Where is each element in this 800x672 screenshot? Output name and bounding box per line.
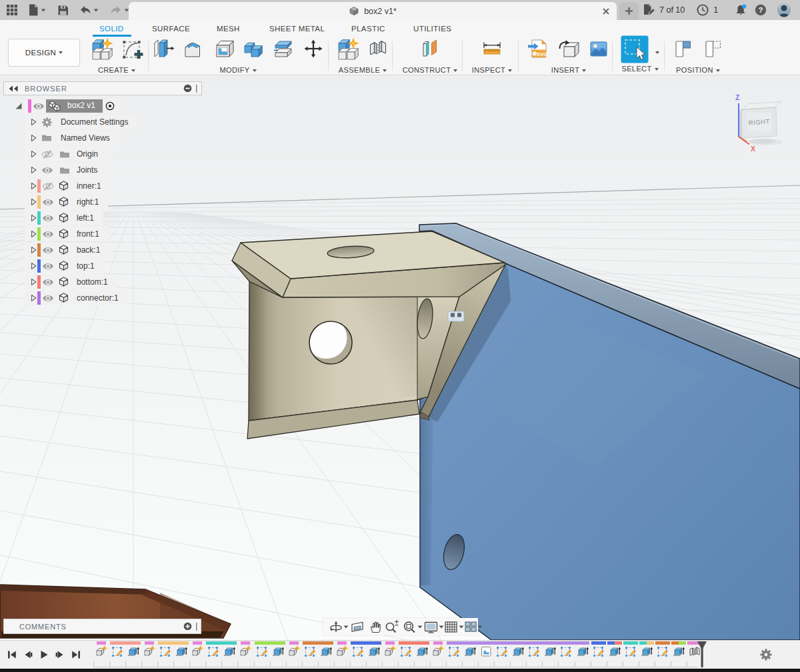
new-tab-button[interactable] [619,2,639,20]
tree-item-label[interactable]: Named Views [61,133,110,143]
combine-button[interactable] [241,37,265,61]
help-button[interactable]: ? [754,0,767,20]
group-label[interactable]: CREATE [87,66,147,74]
collapse-panel-icon[interactable] [8,85,19,93]
step-forward-button[interactable] [55,649,65,660]
step-back-button[interactable] [23,649,33,660]
timeline-feature-extrude[interactable] [319,645,333,658]
look-at-icon[interactable] [350,619,365,634]
browser-tree-row[interactable]: front:1 [3,226,202,242]
browser-tree-row[interactable]: back:1 [3,242,202,258]
tree-item-label[interactable]: left:1 [77,213,94,223]
select-button[interactable] [621,35,649,63]
timeline-feature-sketch[interactable] [447,645,461,658]
new-component-button[interactable] [336,37,360,61]
timeline-feature-extrude[interactable] [415,645,429,658]
tree-item-label[interactable]: Document Settings [61,117,128,127]
fit-icon[interactable] [402,619,417,634]
file-menu-button[interactable] [23,0,52,20]
timeline-feature-component[interactable] [239,645,252,658]
expand-arrow-icon[interactable] [29,245,38,255]
expand-arrow-icon[interactable] [29,149,38,159]
tree-item-label[interactable]: Origin [77,149,98,159]
workspace-tab-surface[interactable]: SURFACE [152,25,190,33]
timeline-feature-extrude[interactable] [367,645,381,658]
timeline-feature-extrude[interactable] [672,645,685,658]
split-body-button[interactable] [271,37,295,61]
group-label[interactable]: CONSTRUCT [399,66,461,74]
workspace-tab-plastic[interactable]: PLASTIC [351,25,385,33]
browser-tree-row[interactable]: Named Views [3,130,202,146]
group-label[interactable]: MODIFY [152,66,324,74]
tree-item-label[interactable]: top:1 [77,261,95,271]
expand-arrow-icon[interactable] [29,277,38,287]
browser-root-row[interactable]: box2 v1 [3,98,202,114]
workspace-tab-mesh[interactable]: MESH [217,25,240,33]
visibility-eye-icon[interactable] [42,278,54,287]
tree-item-label[interactable]: connector:1 [77,293,119,303]
expand-arrow-icon[interactable] [29,261,38,271]
go-to-start-button[interactable] [7,649,17,660]
save-button[interactable] [52,0,74,20]
expand-arrow-icon[interactable] [29,181,38,191]
group-label[interactable]: SELECT [615,65,665,73]
shell-button[interactable] [211,37,235,61]
expand-arrow-icon[interactable] [14,101,23,111]
timeline-feature-component[interactable] [287,645,301,658]
insert-svg-button[interactable]: SVG [527,37,551,61]
timeline-feature-component[interactable] [143,645,156,658]
minimize-panel-icon[interactable] [183,84,192,93]
timeline-feature-extrude[interactable] [543,645,557,658]
chevron-down-icon[interactable] [477,624,483,629]
expand-arrow-icon[interactable] [29,229,38,239]
expand-arrow-icon[interactable] [29,117,38,127]
visibility-eye-icon[interactable] [41,166,53,175]
profile-button[interactable] [777,0,791,20]
undo-button[interactable] [74,0,105,20]
timeline-feature-extrude[interactable] [576,645,589,658]
activate-component-radio[interactable] [105,101,115,111]
measure-button[interactable] [480,37,504,61]
timeline-feature-sketch[interactable] [624,645,637,658]
insert-mesh-button[interactable] [557,37,581,61]
create-sketch-button[interactable] [120,37,144,61]
visibility-eye-icon[interactable] [42,246,54,255]
viewports-icon[interactable] [463,619,478,634]
timeline-feature-sketch[interactable] [159,645,172,658]
group-label[interactable]: INSPECT [465,66,519,74]
zoom-icon[interactable] [384,619,400,634]
timeline-feature-extrude[interactable] [463,645,477,658]
timeline-feature-extrude[interactable] [127,645,140,658]
timeline-feature-sketch[interactable] [303,645,317,658]
go-to-end-button[interactable] [71,649,81,660]
timeline-playhead[interactable] [695,641,710,669]
fillet-button[interactable] [181,37,205,61]
panel-resize-handle[interactable] [195,622,199,631]
timeline-feature-sketch[interactable] [592,645,605,658]
close-tab-button[interactable] [600,5,612,17]
canvas-button[interactable] [587,37,611,61]
timeline-feature-sketch[interactable] [656,645,669,658]
browser-tree-row[interactable]: top:1 [3,258,202,274]
visibility-eye-icon[interactable] [42,198,54,207]
timeline-feature-component[interactable] [95,645,108,658]
version-history-button[interactable]: 7 of 10 [642,0,685,20]
timeline-feature-sketch[interactable] [351,645,365,658]
visibility-eye-icon[interactable] [42,230,54,239]
browser-tree-row[interactable]: Joints [3,162,202,178]
visibility-eye-icon[interactable] [33,102,45,111]
workspace-tab-utilities[interactable]: UTILITIES [413,25,451,33]
group-label[interactable]: INSERT [521,66,616,74]
browser-tree-row[interactable]: connector:1 [3,290,202,306]
timeline-feature-extrude[interactable] [175,645,188,658]
timeline-feature-extrude[interactable] [511,645,525,658]
joint-button[interactable] [366,37,390,61]
timeline-feature-sketch[interactable] [111,645,124,658]
tree-item-label[interactable]: right:1 [77,197,99,207]
orbit-icon[interactable] [329,619,343,634]
timeline-feature-extrude[interactable] [223,645,236,658]
browser-tree-row[interactable]: left:1 [3,210,202,226]
comments-bar[interactable]: COMMENTS [3,619,201,634]
timeline-feature-component[interactable] [431,645,445,658]
tree-item-label[interactable]: bottom:1 [77,277,108,287]
